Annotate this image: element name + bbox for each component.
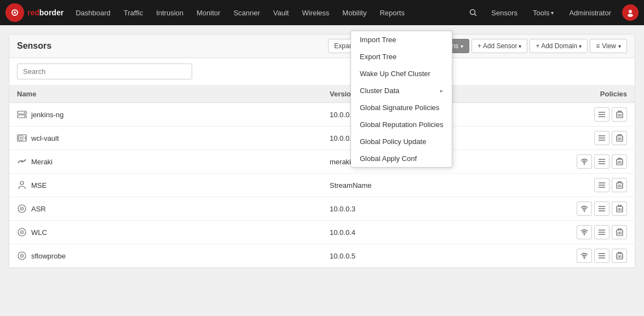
sensor-name-1: wcl-vault	[31, 134, 59, 142]
row-name-cell-6: sflowprobe	[9, 244, 322, 268]
list-button-1[interactable]	[594, 131, 610, 145]
dropdown-item-5[interactable]: Global Reputation Policies	[351, 116, 452, 133]
sensor-name-4: ASR	[31, 205, 46, 213]
dropdown-item-6[interactable]: Global Policy Update	[351, 133, 452, 150]
row-name-cell-3: MSE	[9, 174, 322, 197]
col-name: Name	[9, 85, 322, 103]
delete-button-6[interactable]	[612, 249, 627, 263]
dropdown-item-label-6: Global Policy Update	[360, 137, 426, 146]
list-button-5[interactable]	[594, 225, 610, 239]
list-button-2[interactable]	[594, 154, 610, 169]
sensor-name-3: MSE	[31, 181, 47, 189]
sensor-name-6: sflowprobe	[31, 252, 66, 260]
dropdown-item-1[interactable]: Export Tree	[351, 48, 452, 65]
table-header-row: Name Version Policies	[9, 85, 635, 103]
svg-line-4	[475, 14, 477, 16]
dropdown-item-3[interactable]: Cluster Data▸	[351, 82, 452, 99]
delete-button-4[interactable]	[612, 202, 627, 216]
view-chevron-icon: ▾	[618, 43, 621, 49]
dropdown-item-label-4: Global Signature Policies	[360, 104, 439, 112]
nav-admin-btn[interactable]: Administrator	[562, 0, 618, 25]
row-version-cell-5: 10.0.0.4	[322, 221, 447, 244]
nav-intrusion[interactable]: Intrusion	[150, 0, 190, 25]
svg-point-3	[470, 10, 475, 15]
row-version-cell-4: 10.0.0.3	[322, 197, 447, 221]
search-nav-icon	[469, 9, 477, 16]
nav-scanner[interactable]: Scanner	[227, 0, 266, 25]
wifi-button-5[interactable]	[577, 225, 592, 239]
nav-traffic[interactable]: Traffic	[117, 0, 150, 25]
row-actions-cell-6	[447, 244, 635, 268]
nav-tools-btn[interactable]: Tools ▾	[526, 0, 560, 25]
table-row: Meraki meraki	[9, 150, 635, 174]
table-row: sflowprobe 10.0.0.5	[9, 244, 635, 268]
row-version-cell-6: 10.0.0.5	[322, 244, 447, 268]
sflow-icon	[17, 252, 27, 260]
asr-icon	[17, 205, 27, 212]
list-button-4[interactable]	[594, 202, 610, 216]
search-nav-button[interactable]	[464, 0, 482, 25]
delete-button-2[interactable]	[612, 154, 627, 169]
view-button[interactable]: ≡ View ▾	[590, 39, 627, 53]
search-input[interactable]	[17, 64, 192, 79]
dropdown-item-2[interactable]: Wake Up Chef Cluster	[351, 65, 452, 82]
brand-text: redborder	[27, 8, 64, 17]
svg-point-2	[14, 12, 16, 14]
dropdown-item-label-7: Global Apply Conf	[360, 154, 417, 163]
nav-vault[interactable]: Vault	[267, 0, 296, 25]
delete-button-3[interactable]	[612, 178, 627, 192]
submenu-arrow-icon: ▸	[440, 88, 443, 94]
nav-wireless[interactable]: Wireless	[295, 0, 336, 25]
sensor-name-5: WLC	[31, 228, 47, 237]
nav-reports[interactable]: Reports	[373, 0, 411, 25]
svg-point-75	[21, 232, 22, 233]
sensor-name-2: Meraki	[31, 158, 53, 166]
person-icon	[17, 181, 27, 189]
table-row: jenkins-ng 10.0.0.1	[9, 103, 635, 127]
row-actions-cell-1	[447, 127, 635, 150]
svg-point-11	[24, 116, 25, 117]
nav-links: Dashboard Traffic Intrusion Monitor Scan…	[69, 0, 464, 25]
nav-dashboard[interactable]: Dashboard	[69, 0, 117, 25]
row-version-cell-3: StreamName	[322, 174, 447, 197]
view-list-icon: ≡	[596, 42, 600, 50]
table-row: MSE StreamName	[9, 174, 635, 197]
meraki-icon	[17, 158, 27, 165]
nav-monitor[interactable]: Monitor	[190, 0, 227, 25]
wifi-button-6[interactable]	[577, 249, 592, 263]
dropdown-item-7[interactable]: Global Apply Conf	[351, 150, 452, 167]
dropdown-item-label-2: Wake Up Chef Cluster	[360, 70, 430, 78]
brand[interactable]: redborder	[5, 3, 64, 22]
table-row: ASR 10.0.0.3	[9, 197, 635, 221]
rb-logo-icon	[5, 3, 24, 22]
svg-point-7	[628, 14, 633, 17]
svg-point-37	[584, 164, 585, 165]
dropdown-item-4[interactable]: Global Signature Policies	[351, 99, 452, 116]
dropdown-item-0[interactable]: Import Tree	[351, 31, 452, 48]
add-domain-button[interactable]: + Add Domain ▾	[530, 39, 588, 53]
list-button-3[interactable]	[594, 178, 610, 192]
delete-button-0[interactable]	[612, 107, 627, 122]
nav-sensors-btn[interactable]: Sensors	[485, 0, 524, 25]
nav-mobility[interactable]: Mobility	[336, 0, 373, 25]
delete-button-5[interactable]	[612, 225, 627, 239]
tools-chevron-icon: ▾	[551, 10, 554, 16]
list-button-0[interactable]	[594, 107, 610, 122]
svg-point-61	[21, 208, 22, 209]
wifi-button-2[interactable]	[577, 154, 592, 169]
table-row: WLC 10.0.0.4	[9, 221, 635, 244]
add-sensor-button[interactable]: + Add Sensor ▾	[472, 39, 527, 53]
options-dropdown: Import TreeExport TreeWake Up Chef Clust…	[350, 31, 452, 168]
svg-point-90	[584, 258, 585, 259]
add-sensor-label: + Add Sensor	[478, 42, 517, 50]
nav-right: Sensors Tools ▾ Administrator	[464, 0, 639, 25]
svg-point-6	[629, 10, 632, 13]
wifi-button-4[interactable]	[577, 202, 592, 216]
svg-point-89	[21, 255, 22, 256]
delete-button-1[interactable]	[612, 131, 627, 145]
sensors-panel: Sensors Expand All Collapse All ⊞ Option…	[9, 34, 635, 268]
dropdown-item-label-5: Global Reputation Policies	[360, 120, 443, 129]
row-actions-cell-5	[447, 221, 635, 244]
panel-title: Sensors	[17, 41, 328, 51]
list-button-6[interactable]	[594, 249, 610, 263]
